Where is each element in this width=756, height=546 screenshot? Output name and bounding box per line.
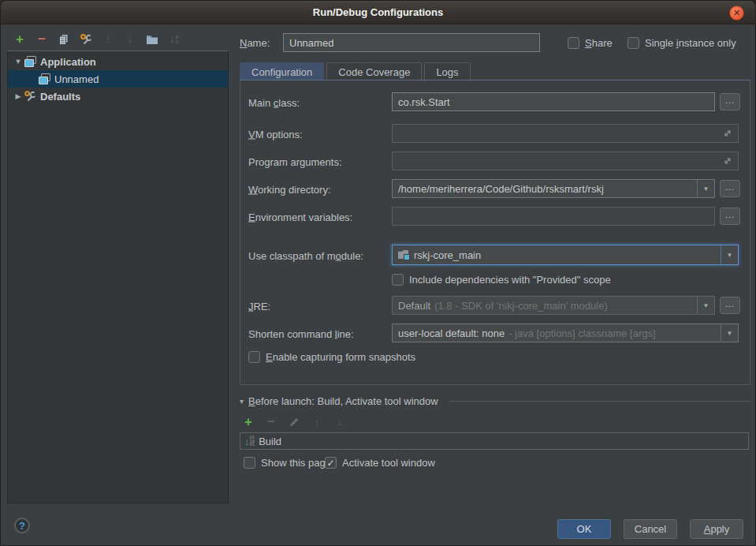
jre-browse-button[interactable]: ... xyxy=(720,297,740,314)
module-classpath-label: Use classpath of module: xyxy=(248,250,363,262)
working-directory-browse-button[interactable]: ... xyxy=(720,180,740,197)
wrench-gear-icon xyxy=(80,33,92,46)
remove-configuration-button[interactable]: − xyxy=(35,33,48,46)
configurations-tree: ▼ Application Unnamed ▶ Defaults xyxy=(7,50,229,503)
dropdown-button[interactable]: ▼ xyxy=(721,245,738,264)
share-checkbox[interactable]: Share xyxy=(568,37,613,49)
module-classpath-row: Use classpath of module: rskj-core_main … xyxy=(248,245,743,267)
copy-icon xyxy=(58,33,70,46)
working-directory-row: Working directory: /home/meriherrera/Cod… xyxy=(248,179,743,200)
configurations-toolbar: + − ↑ ↓ ↓ az xyxy=(13,32,181,47)
application-icon xyxy=(24,56,36,67)
expand-field-icon[interactable] xyxy=(723,129,732,138)
jre-combo[interactable]: Default(1.8 - SDK of 'rskj-core_main' mo… xyxy=(392,296,715,315)
expand-field-icon[interactable] xyxy=(723,156,732,166)
provided-scope-checkbox[interactable]: Include dependencies with "Provided" sco… xyxy=(392,274,611,286)
tab-logs[interactable]: Logs xyxy=(424,62,470,80)
move-task-down-button[interactable]: ↓ xyxy=(333,416,346,428)
dropdown-button[interactable]: ▼ xyxy=(697,180,714,197)
add-task-button[interactable]: + xyxy=(242,416,255,428)
activate-tool-window-checkbox[interactable]: ✓ Activate tool window xyxy=(325,457,435,469)
tab-code-coverage[interactable]: Code Coverage xyxy=(326,62,422,80)
module-icon xyxy=(398,250,410,260)
tree-item-label: Unnamed xyxy=(54,73,99,85)
program-arguments-field[interactable] xyxy=(392,151,739,170)
before-launch-toolbar: + − ↑ ↓ xyxy=(242,416,346,428)
plus-icon: + xyxy=(244,416,252,428)
section-collapse-icon[interactable]: ▾ xyxy=(240,397,244,406)
edit-defaults-button[interactable] xyxy=(80,33,92,46)
sort-arrow-icon: ↓ xyxy=(169,33,175,46)
apply-button[interactable]: Apply xyxy=(690,519,743,539)
working-directory-combo[interactable]: /home/meriherrera/Code/Github/rsksmart/r… xyxy=(392,179,715,198)
close-icon: ✕ xyxy=(733,8,740,18)
minus-icon: − xyxy=(38,33,46,46)
remove-task-button[interactable]: − xyxy=(265,416,277,428)
arrow-up-icon: ↑ xyxy=(315,416,320,428)
move-down-button[interactable]: ↓ xyxy=(124,33,136,46)
name-input[interactable] xyxy=(283,33,540,52)
ellipsis-icon: ... xyxy=(725,182,735,192)
add-configuration-button[interactable]: + xyxy=(13,33,26,46)
checkbox-box[interactable] xyxy=(568,37,579,49)
chevron-down-icon: ▼ xyxy=(727,252,733,259)
before-launch-task-build[interactable]: ↓ 01 10 01 Build xyxy=(240,432,749,450)
shorten-command-line-row: Shorten command line: user-local default… xyxy=(248,323,743,344)
collapse-icon[interactable]: ▶ xyxy=(13,92,24,100)
tab-configuration[interactable]: Configuration xyxy=(240,62,324,80)
separator-line xyxy=(449,401,750,402)
dropdown-button[interactable]: ▼ xyxy=(721,324,738,342)
arrow-down-icon: ↓ xyxy=(337,416,343,428)
tree-item-application[interactable]: ▼ Application xyxy=(8,53,228,70)
tree-item-defaults[interactable]: ▶ Defaults xyxy=(8,88,228,105)
environment-variables-field[interactable] xyxy=(392,207,715,226)
program-arguments-label: Program arguments: xyxy=(248,156,342,168)
dropdown-button[interactable]: ▼ xyxy=(697,297,714,314)
chevron-down-icon: ▼ xyxy=(727,330,733,337)
vm-options-field[interactable] xyxy=(392,124,739,143)
single-instance-checkbox[interactable]: Single instance only xyxy=(628,37,736,49)
cancel-button[interactable]: Cancel xyxy=(624,519,677,539)
shorten-command-line-combo[interactable]: user-local default: none- java [options]… xyxy=(392,323,739,342)
single-instance-label: Single instance only xyxy=(645,37,736,49)
main-class-row: Main class: co.rsk.Start ... xyxy=(248,92,743,113)
sort-configurations-button[interactable]: ↓ az xyxy=(168,33,181,46)
checkbox-box[interactable] xyxy=(244,457,255,469)
checkbox-box[interactable] xyxy=(248,351,260,363)
pencil-icon xyxy=(289,417,300,428)
vm-options-label: VM options: xyxy=(248,129,303,140)
expand-icon[interactable]: ▼ xyxy=(13,58,24,65)
provided-scope-label: Include dependencies with "Provided" sco… xyxy=(409,274,611,286)
configuration-panel: Main class: co.rsk.Start ... VM options:… xyxy=(240,80,750,385)
copy-configuration-button[interactable] xyxy=(58,33,70,46)
create-folder-button[interactable] xyxy=(146,33,158,46)
ellipsis-icon: ... xyxy=(725,95,735,105)
ok-button[interactable]: OK xyxy=(557,519,611,539)
checkbox-box[interactable]: ✓ xyxy=(325,457,337,469)
environment-variables-row: Environment variables: ... xyxy=(248,207,743,227)
arrow-down-icon: ↓ xyxy=(128,33,133,46)
move-up-button[interactable]: ↑ xyxy=(102,33,114,46)
vm-options-row: VM options: xyxy=(248,124,743,144)
close-button[interactable]: ✕ xyxy=(729,6,744,21)
help-button[interactable]: ? xyxy=(14,518,30,533)
dialog-title: Run/Debug Configurations xyxy=(1,1,755,24)
form-snapshots-checkbox[interactable]: Enable capturing form snapshots xyxy=(248,351,415,363)
module-combo[interactable]: rskj-core_main ▼ xyxy=(392,245,739,265)
application-icon xyxy=(38,73,50,84)
environment-variables-browse-button[interactable]: ... xyxy=(720,208,740,225)
main-class-field[interactable]: co.rsk.Start xyxy=(392,92,715,111)
checkbox-box[interactable] xyxy=(392,274,404,286)
share-label: Share xyxy=(585,37,613,49)
move-task-up-button[interactable]: ↑ xyxy=(311,416,323,428)
task-label: Build xyxy=(259,436,281,447)
main-class-browse-button[interactable]: ... xyxy=(720,93,740,110)
tree-item-unnamed[interactable]: Unnamed xyxy=(8,70,228,88)
before-launch-header[interactable]: ▾ Before launch: Build, Activate tool wi… xyxy=(240,395,750,407)
edit-task-button[interactable] xyxy=(288,416,300,428)
checkbox-box[interactable] xyxy=(628,37,639,49)
folder-icon xyxy=(146,33,158,46)
chevron-down-icon: ▼ xyxy=(703,302,709,309)
show-this-page-checkbox[interactable]: Show this page xyxy=(244,457,331,469)
show-this-page-label: Show this page xyxy=(261,457,331,469)
